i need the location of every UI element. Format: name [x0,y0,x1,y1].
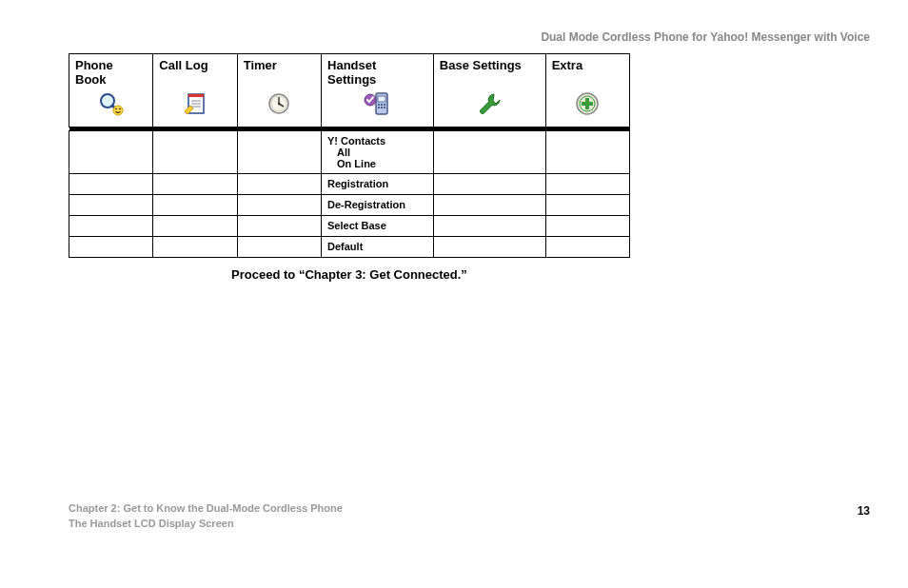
proceed-text: Proceed to “Chapter 3: Get Connected.” [69,267,630,282]
svg-rect-18 [378,96,385,102]
handset-settings-icon [361,90,393,117]
svg-rect-29 [582,102,593,106]
svg-rect-21 [384,104,385,106]
footer-section: The Handset LCD Display Screen [69,517,343,531]
svg-point-2 [113,106,123,115]
col-header-timer: Timer [237,54,321,89]
cell-text: On Line [327,158,427,169]
menu-table: Phone Book Call Log Timer Handset Settin… [69,53,630,258]
extra-plus-icon [573,90,602,117]
col-header-extra: Extra [545,54,629,89]
col-header-call-log: Call Log [153,54,237,89]
cell-text: All [327,147,427,158]
table-icon-row [69,88,630,127]
cell-text: Select Base [322,216,434,237]
table-row: Registration [69,174,630,195]
svg-point-3 [115,108,117,110]
svg-rect-20 [381,104,383,106]
table-header-row: Phone Book Call Log Timer Handset Settin… [69,54,630,89]
col-header-phone-book: Phone Book [69,54,153,89]
svg-rect-24 [384,107,385,108]
document-header-title: Dual Mode Cordless Phone for Yahoo! Mess… [541,30,870,44]
svg-point-16 [278,103,280,105]
footer-chapter: Chapter 2: Get to Know the Dual-Mode Cor… [69,501,343,516]
cell-text: Default [322,237,434,258]
col-header-base-settings: Base Settings [433,54,545,89]
main-content: Phone Book Call Log Timer Handset Settin… [69,53,630,282]
table-row: Select Base [69,216,630,237]
cell-text: De-Registration [322,195,434,216]
svg-rect-19 [378,104,380,106]
base-settings-wrench-icon [475,90,503,117]
phone-book-search-icon [97,90,126,117]
cell-text: Registration [322,174,434,195]
table-row: Default [69,237,630,258]
svg-rect-23 [381,107,383,108]
table-row: Y! Contacts All On Line [69,131,630,174]
timer-clock-icon [265,90,293,117]
call-log-notepad-icon [181,90,209,117]
table-row: De-Registration [69,195,630,216]
svg-point-4 [119,108,121,110]
svg-rect-6 [188,94,204,97]
col-header-handset-settings: Handset Settings [322,54,434,89]
cell-text: Y! Contacts [327,135,385,147]
svg-rect-22 [378,107,380,108]
page-number: 13 [858,504,870,518]
footer-left: Chapter 2: Get to Know the Dual-Mode Cor… [69,501,343,531]
